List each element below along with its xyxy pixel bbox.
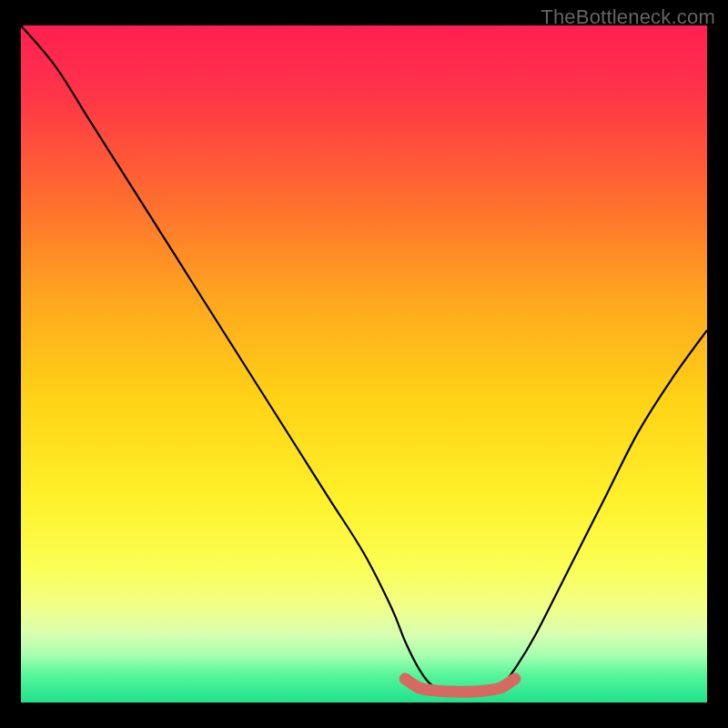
chart-svg — [21, 25, 707, 703]
gradient-background — [21, 25, 707, 703]
watermark-text: TheBottleneck.com — [541, 5, 715, 29]
bottleneck-chart — [21, 25, 707, 703]
